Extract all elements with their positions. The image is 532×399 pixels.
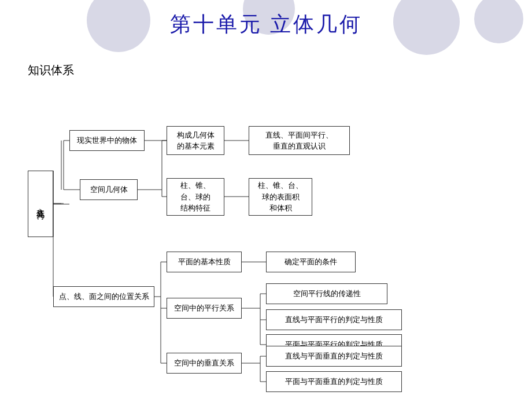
box-zhixianpinghang: 直线与平面平行的判定与性质	[266, 309, 402, 330]
box-zhixianchuizhi: 直线与平面垂直的判定与性质	[266, 346, 402, 367]
box-zhilei: 柱、锥、台、球的结构特征	[167, 178, 224, 216]
box-jiben: 构成几何体的基本元素	[167, 126, 224, 155]
mindmap: 立体几何 现实世界中的物体 空间几何体 构成几何体的基本元素 柱、锥、台、球的结…	[17, 81, 515, 387]
section-heading: 知识体系	[28, 62, 74, 78]
box-chuizhi: 空间中的垂直关系	[167, 353, 242, 374]
main-title: 第十单元 立体几何	[0, 10, 532, 39]
box-biaomian: 柱、锥、台、球的表面积和体积	[249, 178, 312, 216]
box-zhixian: 直线、平面间平行、垂直的直观认识	[249, 126, 350, 155]
box-chuandi: 空间平行线的传递性	[266, 283, 387, 304]
box-root: 立体几何	[28, 171, 53, 237]
box-queding: 确定平面的条件	[266, 252, 356, 272]
title-area: 第十单元 立体几何	[0, 10, 532, 39]
box-shijie: 现实世界中的物体	[69, 130, 145, 151]
box-kongjian: 空间几何体	[80, 179, 138, 200]
box-pingmian: 平面的基本性质	[167, 252, 242, 272]
box-mianmianchuizhi: 平面与平面垂直的判定与性质	[266, 371, 402, 392]
box-pinghang: 空间中的平行关系	[167, 298, 242, 319]
box-dianxian: 点、线、面之间的位置关系	[53, 286, 154, 307]
